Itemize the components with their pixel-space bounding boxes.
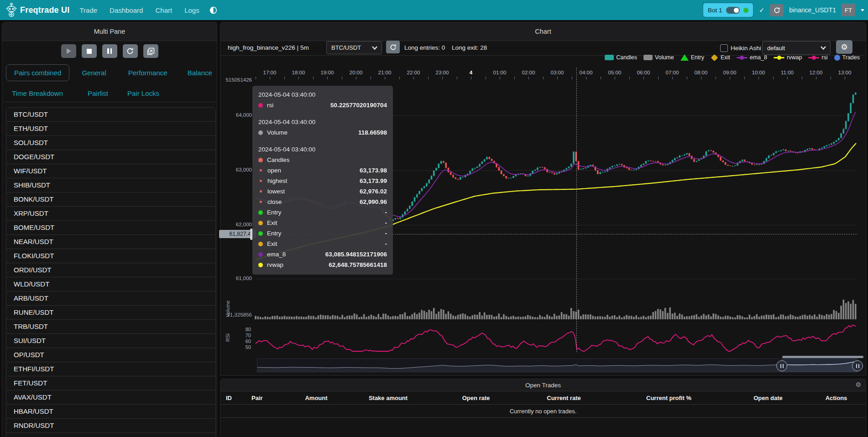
- open-trades-card: Open Trades ⚙ IDPairAmountStake amountOp…: [220, 379, 866, 437]
- tab-general[interactable]: General: [76, 65, 112, 81]
- pair-list-item[interactable]: AR/USDT: [6, 433, 215, 437]
- pair-list-item[interactable]: FET/USDT: [6, 376, 215, 390]
- pair-list-item[interactable]: SUI/USDT: [6, 334, 215, 348]
- tooltip-label: Volume: [267, 127, 288, 138]
- heikin-ashi-checkbox[interactable]: [720, 44, 728, 52]
- tooltip-label: rsi: [267, 100, 273, 110]
- navbar-right: Bot 1 ✓ binance_USDT1 FT: [702, 0, 864, 20]
- pair-list-item[interactable]: ETH/USDT: [6, 122, 215, 136]
- tooltip-row-Entry: Entry-: [258, 207, 387, 218]
- pause-bot-button[interactable]: [102, 44, 117, 58]
- legend-item-rvwap[interactable]: rvwap: [774, 54, 802, 61]
- play-icon: [67, 48, 71, 54]
- pair-list-item[interactable]: TRB/USDT: [6, 320, 215, 334]
- legend-item-volume[interactable]: Volume: [643, 54, 674, 61]
- refresh-icon: [774, 7, 780, 14]
- stop-bot-button[interactable]: [82, 44, 97, 58]
- tooltip-row-open: open63,173.98: [258, 165, 387, 176]
- start-bot-button[interactable]: [61, 44, 76, 58]
- pair-list-item[interactable]: BTC/USDT: [6, 108, 215, 122]
- reload-bot-button[interactable]: [770, 4, 784, 16]
- Entry-dot-icon: [258, 231, 263, 236]
- datazoom-scrollbar[interactable]: [782, 356, 863, 358]
- tooltip-label: Entry: [267, 207, 282, 218]
- user-menu-caret-icon[interactable]: [861, 9, 864, 11]
- pair-list-item[interactable]: HBAR/USDT: [6, 405, 215, 419]
- pair-select[interactable]: BTC/USDT: [326, 41, 382, 54]
- app-root: Freqtrade UI Trade Dashboard Chart Logs …: [0, 0, 868, 437]
- plot-settings-button[interactable]: ⚙: [836, 40, 852, 54]
- chart-refresh-button[interactable]: [386, 41, 400, 53]
- pair-list-item[interactable]: NEAR/USDT: [6, 235, 215, 249]
- col-amount[interactable]: Amount: [289, 395, 344, 401]
- tooltip-row-lowest: lowest62,976.02: [258, 186, 387, 197]
- nav-item-logs[interactable]: Logs: [184, 6, 199, 14]
- chart-tooltip: 2024-05-04 03:40:00rsi50.225770201907042…: [252, 86, 393, 275]
- trades-circle-icon: [834, 55, 840, 61]
- pair-list-item[interactable]: AVAX/USDT: [6, 390, 215, 405]
- clear-box-icon: [147, 47, 155, 55]
- plot-config-select[interactable]: default: [762, 41, 831, 55]
- col-pair[interactable]: Pair: [251, 395, 289, 401]
- table-settings-icon[interactable]: ⚙: [855, 381, 861, 388]
- freqtrade-logo-icon: [5, 2, 18, 20]
- pair-list-item[interactable]: ETHFI/USDT: [6, 362, 215, 376]
- pair-list-item[interactable]: WIF/USDT: [6, 164, 215, 178]
- pair-list-item[interactable]: RNDR/USDT: [6, 419, 215, 433]
- open-trades-title: Open Trades: [525, 382, 561, 389]
- user-avatar[interactable]: FT: [842, 4, 855, 16]
- col-current-profit-[interactable]: Current profit %: [608, 395, 729, 401]
- pair-list-item[interactable]: ARB/USDT: [6, 291, 215, 306]
- pair-list-item[interactable]: XRP/USDT: [6, 207, 215, 221]
- col-stake-amount[interactable]: Stake amount: [344, 395, 433, 401]
- pair-list-item[interactable]: ORDI/USDT: [6, 263, 215, 277]
- legend-item-exit[interactable]: Exit: [711, 54, 730, 61]
- reload-config-button[interactable]: [123, 44, 138, 58]
- theme-toggle-icon[interactable]: [209, 6, 217, 14]
- pair-list-item[interactable]: SOL/USDT: [6, 136, 215, 150]
- tab-pairs-combined[interactable]: Pairs combined: [6, 64, 69, 81]
- col-actions[interactable]: Actions: [807, 395, 866, 401]
- pair-list-item[interactable]: BONK/USDT: [6, 192, 215, 207]
- rvwap-line-icon: [774, 57, 784, 58]
- pair-list-item[interactable]: OP/USDT: [6, 348, 215, 362]
- legend-item-candles[interactable]: Candles: [605, 54, 637, 61]
- nav-item-dashboard[interactable]: Dashboard: [110, 6, 143, 14]
- nav-item-trade[interactable]: Trade: [79, 6, 97, 14]
- forget-trades-button[interactable]: [143, 44, 158, 58]
- col-open-rate[interactable]: Open rate: [433, 395, 519, 401]
- pair-list-item[interactable]: BOME/USDT: [6, 221, 215, 235]
- legend-item-ema_8[interactable]: ema_8: [737, 54, 767, 61]
- datazoom-left-handle[interactable]: [776, 360, 787, 371]
- tab-time-breakdown[interactable]: Time Breakdown: [6, 85, 69, 101]
- tooltip-label: Candles: [267, 155, 290, 165]
- col-id[interactable]: ID: [226, 395, 251, 401]
- pair-list-item[interactable]: FLOKI/USDT: [6, 249, 215, 263]
- chart-panel-title: Chart: [220, 22, 866, 41]
- legend-item-trades[interactable]: Trades: [834, 54, 860, 61]
- reload-icon: [126, 47, 134, 55]
- tooltip-value: 63,085.948152171906: [325, 249, 387, 260]
- pair-list-item[interactable]: WLD/USDT: [6, 277, 215, 291]
- entry-triangle-icon: [680, 54, 689, 61]
- tab-performance[interactable]: Performance: [122, 65, 173, 81]
- tooltip-label: Exit: [267, 218, 277, 228]
- pair-list-item[interactable]: RUNE/USDT: [6, 306, 215, 320]
- legend-item-entry[interactable]: Entry: [680, 54, 704, 61]
- pair-list-item[interactable]: DOGE/USDT: [6, 150, 215, 164]
- legend-label: Volume: [655, 54, 674, 61]
- tab-pairlist[interactable]: Pairlist: [82, 85, 114, 101]
- legend-item-rsi[interactable]: rsi: [808, 54, 827, 61]
- long-entries-label: Long entries: 0: [404, 44, 445, 51]
- pair-list-item[interactable]: SHIB/USDT: [6, 178, 215, 192]
- legend-label: Entry: [691, 54, 704, 61]
- bot-toggle[interactable]: [726, 7, 740, 14]
- col-current-rate[interactable]: Current rate: [519, 395, 608, 401]
- nav-item-chart[interactable]: Chart: [155, 6, 172, 14]
- bot-selector[interactable]: Bot 1: [702, 2, 754, 18]
- tooltip-label: rvwap: [267, 260, 283, 270]
- tab-pair-locks[interactable]: Pair Locks: [121, 85, 165, 101]
- datazoom-selected-range[interactable]: [781, 359, 857, 372]
- datazoom-right-handle[interactable]: [852, 360, 863, 371]
- col-open-date[interactable]: Open date: [729, 395, 807, 401]
